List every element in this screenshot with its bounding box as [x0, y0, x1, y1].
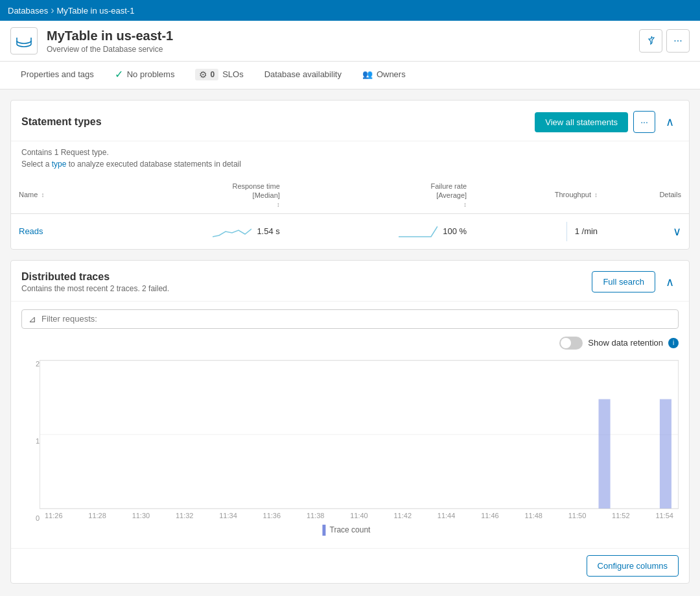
tab-slos[interactable]: ⚙ 0 SLOs	[185, 62, 253, 89]
owners-icon: 👥	[362, 69, 373, 79]
breadcrumb-separator: ›	[51, 5, 54, 16]
page-title: MyTable in us-east-1	[47, 29, 173, 43]
tab-availability[interactable]: Database availability	[254, 63, 352, 88]
throughput-value: 1 /min	[575, 226, 598, 236]
col-name-header: Name ↕	[11, 176, 103, 213]
row-details: ∨	[605, 213, 689, 249]
retention-toggle[interactable]	[559, 337, 583, 350]
tab-problems-label: No problems	[127, 69, 175, 79]
col-failure-rate-header: Failure rate [Average] ↕	[288, 176, 474, 213]
distributed-traces-card: Distributed traces Contains the most rec…	[10, 260, 690, 584]
chart-container: 2 1 0 11:26 11:28 11:30	[11, 355, 689, 548]
col-response-time-header: Response time [Median] ↕	[103, 176, 288, 213]
x-label: 11:34	[219, 512, 237, 519]
statement-types-actions: View all statements ··· ∧	[535, 111, 679, 133]
slo-settings-icon: ⚙	[199, 69, 207, 80]
breadcrumb: Databases › MyTable in us-east-1	[0, 0, 700, 21]
legend-icon: ▐	[320, 525, 326, 535]
page-subtitle: Overview of the Database service	[47, 45, 173, 54]
full-search-button[interactable]: Full search	[592, 271, 655, 292]
row-throughput: 1 /min	[474, 213, 605, 249]
x-label: 11:40	[350, 512, 368, 519]
sort-icon-failure: ↕	[463, 201, 467, 208]
reads-link[interactable]: Reads	[19, 226, 43, 236]
statement-types-collapse-button[interactable]: ∧	[660, 113, 679, 131]
table-row: Reads 1.54 s	[11, 213, 689, 249]
statement-types-more-button[interactable]: ···	[633, 111, 655, 133]
statement-types-card: Statement types View all statements ··· …	[10, 100, 690, 250]
bar-1150	[599, 399, 611, 508]
x-label: 11:30	[132, 512, 150, 519]
database-icon	[10, 27, 38, 54]
breadcrumb-parent[interactable]: Databases	[8, 6, 48, 16]
slo-badge: ⚙ 0	[195, 69, 218, 80]
x-label: 11:38	[307, 512, 325, 519]
distributed-traces-subtitle: Contains the most recent 2 traces. 2 fai…	[21, 284, 169, 293]
more-button[interactable]: ···	[666, 29, 690, 53]
filter-input[interactable]	[41, 314, 671, 324]
info-icon[interactable]: i	[668, 338, 679, 348]
row-response-time: 1.54 s	[103, 213, 288, 249]
x-label: 11:46	[481, 512, 499, 519]
x-label: 11:48	[524, 512, 542, 519]
x-label: 11:54	[655, 512, 673, 519]
distributed-traces-title-group: Distributed traces Contains the most rec…	[21, 271, 169, 293]
separator	[566, 222, 567, 241]
x-label: 11:26	[45, 512, 63, 519]
chevron-up-icon-2: ∧	[666, 275, 674, 289]
header-text: MyTable in us-east-1 Overview of the Dat…	[47, 29, 173, 54]
chart-legend: ▐ Trace count	[11, 519, 679, 543]
retention-label: Show data retention	[588, 338, 663, 348]
statement-types-info: Contains 1 Request type.	[11, 141, 689, 157]
desc-rest: to analyze executed database statements …	[69, 160, 241, 169]
col-throughput-header: Throughput ↕	[474, 176, 605, 213]
statement-types-title: Statement types	[21, 116, 102, 128]
legend-label: Trace count	[330, 525, 371, 534]
filter-bar: ⊿	[21, 309, 679, 329]
sort-icon-name: ↕	[41, 191, 44, 198]
x-label: 11:28	[88, 512, 106, 519]
y-label-0: 0	[21, 514, 40, 522]
pin-button[interactable]	[639, 29, 662, 53]
chevron-down-icon[interactable]: ∨	[673, 225, 681, 238]
statement-types-header: Statement types View all statements ··· …	[11, 101, 689, 141]
nav-tabs: Properties and tags ✓ No problems ⚙ 0 SL…	[0, 62, 700, 89]
view-all-statements-button[interactable]: View all statements	[535, 112, 628, 132]
chevron-up-icon: ∧	[666, 115, 674, 129]
card-footer: Configure columns	[11, 548, 689, 583]
failure-rate-value: 100 %	[443, 226, 467, 236]
bar-1154	[660, 399, 671, 508]
response-time-value: 1.54 s	[257, 226, 279, 236]
tab-slos-label: SLOs	[222, 69, 244, 79]
x-label: 11:36	[263, 512, 281, 519]
ellipsis-icon: ···	[673, 35, 682, 47]
row-name: Reads	[11, 213, 103, 249]
spark-line	[213, 225, 251, 238]
chart-y-labels: 2 1 0	[21, 360, 40, 522]
desc-text: Select a	[21, 160, 49, 169]
tab-properties[interactable]: Properties and tags	[10, 63, 104, 88]
tab-properties-label: Properties and tags	[21, 69, 94, 79]
chart-x-labels: 11:26 11:28 11:30 11:32 11:34 11:36 11:3…	[40, 509, 679, 519]
sort-icon-response: ↕	[277, 201, 280, 208]
distributed-traces-header: Distributed traces Contains the most rec…	[11, 261, 689, 302]
chart-area	[40, 360, 679, 509]
tab-availability-label: Database availability	[264, 69, 342, 79]
check-icon: ✓	[115, 68, 123, 80]
tab-owners-label: Owners	[377, 69, 406, 79]
x-label: 11:32	[176, 512, 194, 519]
filter-icon: ⊿	[29, 314, 36, 324]
row-failure-rate: 100 %	[288, 213, 474, 249]
distributed-traces-title: Distributed traces	[21, 271, 169, 283]
ellipsis-icon-2: ···	[640, 117, 648, 127]
tab-problems[interactable]: ✓ No problems	[104, 62, 185, 89]
distributed-traces-collapse-button[interactable]: ∧	[660, 273, 679, 291]
x-label: 11:50	[568, 512, 587, 519]
y-label-1: 1	[21, 437, 40, 445]
spark-line-2	[399, 225, 438, 238]
header-actions: ···	[639, 29, 690, 53]
page-header: MyTable in us-east-1 Overview of the Dat…	[0, 21, 700, 62]
type-link[interactable]: type	[52, 160, 67, 169]
configure-columns-button[interactable]: Configure columns	[587, 555, 679, 577]
tab-owners[interactable]: 👥 Owners	[352, 63, 416, 88]
